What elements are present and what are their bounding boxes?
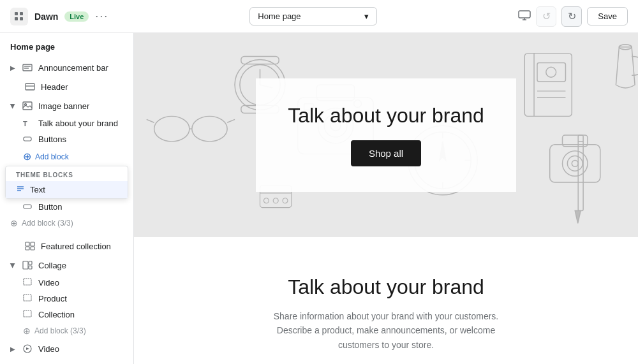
page-selector-container: Home page ▾ bbox=[249, 7, 377, 25]
svg-rect-20 bbox=[31, 242, 34, 246]
sidebar-item-button[interactable]: Button bbox=[23, 199, 133, 215]
sidebar-item-video[interactable]: Video bbox=[23, 275, 133, 291]
sidebar-item-talk-about-brand[interactable]: T Talk about your brand bbox=[23, 115, 133, 131]
svg-rect-0 bbox=[15, 12, 18, 15]
video-arrow-icon: ▶ bbox=[10, 346, 15, 353]
svg-line-37 bbox=[147, 119, 154, 122]
sidebar-item-video-section[interactable]: ▶ Video bbox=[0, 339, 133, 358]
add-block-33-button[interactable]: ⊕ Add block (3/3) bbox=[0, 215, 133, 231]
svg-rect-19 bbox=[26, 242, 29, 246]
svg-point-65 bbox=[567, 156, 582, 171]
sidebar-item-collage[interactable]: ▶ Collage bbox=[0, 256, 133, 275]
sidebar-label-announcement-bar: Announcement bar bbox=[38, 63, 108, 73]
topbar-right: ↺ ↻ Save bbox=[518, 6, 628, 27]
text-block-label: Text bbox=[30, 185, 45, 194]
topbar-left: Dawn Live ··· bbox=[10, 8, 108, 25]
undo-button[interactable]: ↺ bbox=[536, 6, 556, 27]
svg-rect-55 bbox=[537, 62, 565, 82]
save-button[interactable]: Save bbox=[587, 7, 628, 25]
topbar: Dawn Live ··· Home page ▾ ↺ ↻ Save bbox=[0, 0, 638, 33]
collage-add-block-label: Add block (3/3) bbox=[34, 326, 86, 335]
image-banner-section: Talk about your brand Shop all bbox=[134, 33, 638, 237]
collage-icon bbox=[22, 259, 33, 271]
sidebar-item-buttons[interactable]: Buttons bbox=[23, 131, 133, 147]
svg-rect-2 bbox=[15, 17, 18, 20]
svg-rect-18 bbox=[24, 205, 31, 208]
more-options-button[interactable]: ··· bbox=[95, 10, 108, 23]
add-block-33-label: Add block (3/3) bbox=[22, 219, 73, 228]
announcement-bar-icon bbox=[22, 62, 33, 73]
sidebar-item-product[interactable]: Product bbox=[23, 291, 133, 307]
svg-rect-23 bbox=[23, 261, 28, 269]
svg-rect-26 bbox=[24, 279, 31, 285]
video-icon bbox=[23, 278, 33, 288]
theme-block-text[interactable]: Text bbox=[6, 181, 128, 198]
sidebar-item-collection[interactable]: Collection bbox=[23, 307, 133, 323]
collage-add-block-button[interactable]: ⊕ Add block (3/3) bbox=[23, 323, 133, 339]
svg-point-56 bbox=[546, 67, 556, 77]
collage-add-block-icon: ⊕ bbox=[23, 326, 31, 336]
collapse-arrow-icon: ▶ bbox=[10, 64, 15, 71]
svg-point-35 bbox=[192, 116, 227, 142]
sidebar-item-image-banner[interactable]: ▶ Image banner bbox=[0, 96, 133, 115]
svg-rect-24 bbox=[29, 261, 32, 265]
grid-icon[interactable] bbox=[10, 8, 28, 25]
status-badge: Live bbox=[64, 11, 89, 22]
collage-collection-label: Collection bbox=[38, 310, 75, 319]
redo-icon: ↻ bbox=[568, 10, 576, 22]
collage-arrow-icon: ▶ bbox=[10, 263, 17, 268]
collage-video-label: Video bbox=[38, 278, 59, 288]
theme-blocks-label: THEME BLOCKS bbox=[6, 166, 128, 181]
sidebar-label-collage: Collage bbox=[38, 261, 66, 270]
svg-rect-7 bbox=[23, 64, 32, 71]
collage-children: Video Product Collection ⊕ Add block (3/… bbox=[0, 275, 133, 339]
canvas-inner: Talk about your brand Shop all Talk abou… bbox=[134, 33, 638, 364]
buttons-label: Buttons bbox=[38, 135, 66, 144]
sidebar-item-multicolumn[interactable]: ▶ Multicolumn bbox=[0, 358, 133, 364]
svg-rect-27 bbox=[24, 295, 31, 301]
other-items: Button bbox=[0, 199, 133, 215]
canvas: Talk about your brand Shop all Talk abou… bbox=[134, 33, 638, 364]
main-content: Home page ▶ Announcement bar Header ▶ Im… bbox=[0, 33, 638, 364]
text-block-icon: T bbox=[23, 120, 33, 127]
brand-description: Share information about your brand with … bbox=[258, 309, 514, 352]
svg-rect-22 bbox=[31, 247, 34, 250]
buttons-icon bbox=[23, 135, 33, 144]
svg-rect-25 bbox=[29, 266, 32, 269]
redo-button[interactable]: ↻ bbox=[561, 6, 582, 27]
svg-line-38 bbox=[227, 119, 235, 122]
video-section-icon bbox=[22, 343, 33, 354]
chevron-down-icon: ▾ bbox=[364, 11, 369, 21]
svg-point-80 bbox=[283, 198, 288, 203]
sidebar-label-video: Video bbox=[38, 344, 59, 354]
svg-point-66 bbox=[572, 161, 578, 167]
sidebar-item-featured-collection[interactable]: Featured collection bbox=[0, 237, 133, 256]
svg-point-78 bbox=[263, 198, 269, 203]
svg-marker-60 bbox=[575, 211, 581, 224]
shop-all-button[interactable]: Shop all bbox=[351, 140, 421, 166]
banner-content-box: Talk about your brand Shop all bbox=[256, 78, 516, 192]
talk-about-brand-label: Talk about your brand bbox=[38, 119, 118, 128]
featured-collection-icon bbox=[24, 240, 36, 252]
brand-title: Talk about your brand bbox=[160, 275, 612, 299]
svg-rect-10 bbox=[26, 84, 34, 90]
svg-rect-62 bbox=[550, 145, 600, 182]
add-block-label: Add block bbox=[35, 152, 69, 161]
preview-icon[interactable] bbox=[518, 10, 531, 23]
sidebar-label-image-banner: Image banner bbox=[38, 101, 89, 111]
svg-point-34 bbox=[154, 116, 189, 142]
svg-rect-28 bbox=[24, 310, 31, 317]
theme-blocks-popup: THEME BLOCKS Text bbox=[5, 166, 128, 199]
add-block-button[interactable]: ⊕ Add block bbox=[23, 147, 133, 166]
sidebar-item-header[interactable]: Header bbox=[0, 77, 133, 96]
page-selector-dropdown[interactable]: Home page ▾ bbox=[249, 7, 377, 25]
collage-product-label: Product bbox=[38, 294, 67, 303]
add-block-33-icon: ⊕ bbox=[10, 218, 18, 228]
app-name: Dawn bbox=[34, 11, 58, 22]
sidebar-item-announcement-bar[interactable]: ▶ Announcement bar bbox=[0, 58, 133, 77]
page-selector-label: Home page bbox=[258, 11, 300, 21]
button-item-label: Button bbox=[38, 202, 63, 212]
svg-marker-30 bbox=[26, 347, 29, 350]
header-icon bbox=[24, 81, 36, 92]
undo-icon: ↺ bbox=[542, 10, 551, 22]
